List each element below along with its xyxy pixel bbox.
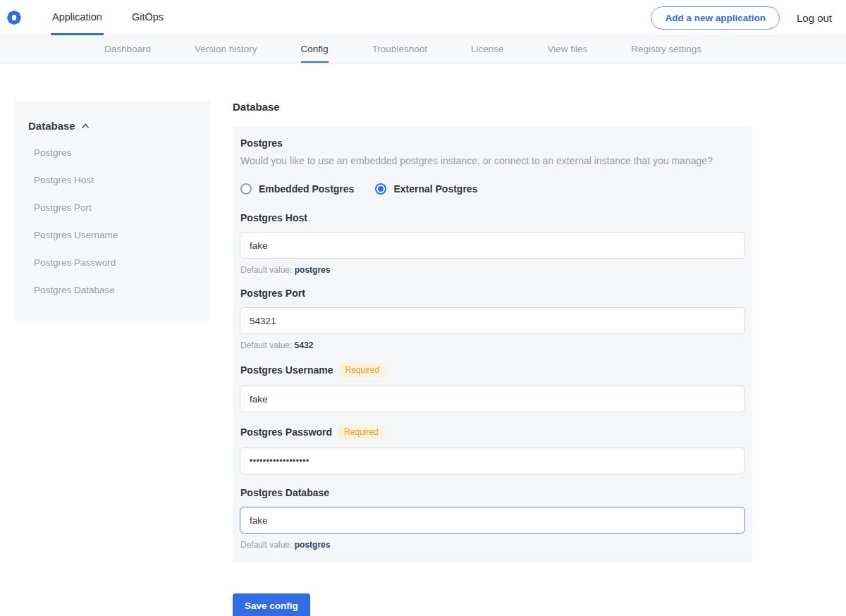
- subnav-item-troubleshoot[interactable]: Troubleshoot: [372, 36, 427, 63]
- radio-external-postgres-label: External Postgres: [393, 183, 477, 195]
- field-postgres-port: Postgres Port Default value: 5432: [240, 288, 745, 350]
- postgres-group-help-text: Would you like to use an embedded postgr…: [240, 155, 745, 166]
- tab-application[interactable]: Application: [51, 0, 104, 35]
- default-value: postgres: [295, 265, 331, 275]
- sidebar-item-postgres[interactable]: Postgres: [28, 139, 196, 166]
- postgres-port-default: Default value: 5432: [240, 340, 745, 350]
- field-postgres-host: Postgres Host Default value: postgres: [240, 212, 745, 275]
- required-badge: Required: [338, 425, 384, 439]
- default-label: Default value:: [240, 265, 292, 275]
- required-badge: Required: [340, 363, 386, 377]
- sidebar-group-database[interactable]: Database: [28, 120, 196, 132]
- save-config-button[interactable]: Save config: [233, 593, 310, 616]
- sidebar-group-database-label: Database: [28, 120, 75, 132]
- config-sidebar: Database Postgres Postgres Host Postgres…: [14, 101, 210, 321]
- radio-circle-icon: [240, 183, 252, 195]
- page-title: Database: [233, 101, 752, 113]
- default-value: postgres: [295, 540, 331, 550]
- subnav-item-version-history[interactable]: Version history: [195, 36, 257, 63]
- postgres-port-label: Postgres Port: [240, 288, 305, 299]
- subnav-item-view-files[interactable]: View files: [547, 36, 587, 63]
- field-postgres-password: Postgres Password Required: [240, 425, 745, 474]
- postgres-username-label: Postgres Username: [240, 364, 333, 376]
- postgres-host-default: Default value: postgres: [240, 265, 745, 275]
- field-postgres-database: Postgres Database Default value: postgre…: [240, 487, 745, 550]
- postgres-password-input[interactable]: [240, 448, 745, 474]
- postgres-database-label: Postgres Database: [240, 487, 329, 498]
- app-subnav: Dashboard Version history Config Trouble…: [0, 35, 846, 63]
- field-postgres-username: Postgres Username Required: [240, 363, 745, 412]
- sidebar-item-postgres-host[interactable]: Postgres Host: [28, 166, 196, 194]
- subnav-item-registry-settings[interactable]: Registry settings: [631, 36, 701, 63]
- tab-gitops[interactable]: GitOps: [130, 0, 165, 35]
- database-config-group: Postgres Would you like to use an embedd…: [233, 127, 752, 562]
- subnav-item-dashboard[interactable]: Dashboard: [104, 36, 151, 63]
- radio-embedded-postgres[interactable]: Embedded Postgres: [240, 183, 354, 195]
- radio-embedded-postgres-label: Embedded Postgres: [259, 183, 354, 195]
- postgres-host-input[interactable]: [240, 232, 745, 259]
- subnav-item-config[interactable]: Config: [301, 36, 329, 63]
- radio-external-postgres[interactable]: External Postgres: [375, 183, 477, 195]
- postgres-port-input[interactable]: [240, 307, 745, 334]
- sidebar-item-postgres-database[interactable]: Postgres Database: [28, 276, 196, 304]
- tab-application-label: Application: [52, 11, 102, 23]
- logout-link[interactable]: Log out: [797, 12, 832, 24]
- tab-gitops-label: GitOps: [132, 11, 164, 23]
- config-page: Database Postgres Postgres Host Postgres…: [0, 63, 846, 616]
- subnav-item-license[interactable]: License: [471, 36, 504, 63]
- top-nav: Application GitOps Add a new application…: [0, 0, 846, 35]
- sidebar-item-postgres-password[interactable]: Postgres Password: [28, 249, 196, 276]
- sidebar-item-postgres-username[interactable]: Postgres Username: [28, 221, 196, 249]
- postgres-username-input[interactable]: [240, 386, 745, 412]
- chevron-up-icon: [81, 123, 90, 129]
- radio-circle-icon: [375, 183, 386, 195]
- default-label: Default value:: [240, 340, 292, 350]
- default-label: Default value:: [240, 540, 292, 550]
- replicated-logo-icon: [7, 11, 21, 25]
- postgres-password-label: Postgres Password: [240, 426, 332, 438]
- postgres-database-default: Default value: postgres: [240, 540, 745, 550]
- postgres-mode-radio-group: Embedded Postgres External Postgres: [240, 183, 745, 195]
- postgres-host-label: Postgres Host: [240, 212, 307, 223]
- config-main: Database Postgres Would you like to use …: [233, 101, 752, 616]
- postgres-database-input[interactable]: [240, 507, 745, 534]
- sidebar-item-postgres-port[interactable]: Postgres Port: [28, 194, 196, 221]
- default-value: 5432: [295, 340, 314, 350]
- add-application-button[interactable]: Add a new application: [651, 6, 780, 30]
- postgres-group-label: Postgres: [240, 137, 745, 149]
- app-logo[interactable]: [7, 0, 21, 35]
